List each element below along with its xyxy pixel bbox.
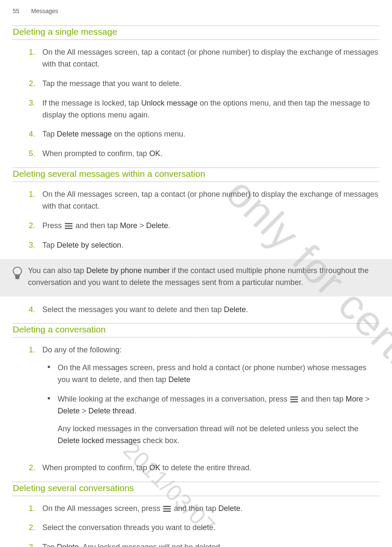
- menu-icon: [65, 223, 72, 229]
- menu-icon: [290, 396, 298, 402]
- emphasis: Delete: [58, 407, 80, 415]
- step-list: On the All messages screen, tap a contac…: [13, 47, 379, 160]
- emphasis: Delete: [218, 504, 240, 513]
- step-list: Do any of the following:On the All messa…: [13, 344, 379, 474]
- emphasis: Delete thread: [89, 407, 134, 415]
- step-list: Select the messages you want to delete a…: [13, 304, 379, 316]
- section-title: Deleting several conversations: [13, 482, 379, 496]
- chapter-title: Messages: [31, 8, 58, 14]
- emphasis: Delete locked messages: [58, 436, 141, 445]
- svg-rect-0: [65, 223, 72, 224]
- step-item: Tap Delete message on the options menu.: [13, 128, 379, 140]
- emphasis: Delete by selection: [57, 241, 121, 249]
- page-header: 55 Messages: [13, 8, 379, 14]
- svg-rect-3: [16, 275, 19, 276]
- page: only for certification 2011/03/07 55 Mes…: [0, 0, 392, 547]
- menu-icon: [163, 506, 171, 512]
- step-item: On the All messages screen, press and th…: [13, 503, 379, 515]
- emphasis: Delete: [57, 543, 79, 547]
- svg-rect-6: [290, 396, 298, 398]
- bullet-item: While looking at the exchange of message…: [42, 394, 379, 455]
- tip-text: You can also tap Delete by phone number …: [28, 265, 379, 289]
- step-item: Select the messages you want to delete a…: [13, 304, 379, 316]
- step-item: When prompted to confirm, tap OK to dele…: [13, 462, 379, 474]
- section-title: Deleting several messages within a conve…: [13, 167, 379, 182]
- bullet-list: On the All messages screen, press and ho…: [42, 362, 379, 454]
- emphasis: Delete: [224, 305, 246, 314]
- tip-box: You can also tap Delete by phone number …: [0, 259, 392, 296]
- svg-rect-2: [65, 228, 72, 229]
- step-item: Tap the message that you want to delete.: [13, 78, 379, 90]
- emphasis: Delete: [146, 221, 168, 230]
- step-item: When prompted to confirm, tap OK.: [13, 148, 379, 160]
- step-item: Press and then tap More > Delete.: [13, 220, 379, 232]
- section-title: Deleting a single message: [13, 25, 379, 40]
- svg-rect-11: [163, 511, 171, 512]
- emphasis: More: [120, 221, 137, 230]
- emphasis: More: [345, 395, 363, 403]
- svg-rect-9: [163, 506, 171, 507]
- svg-rect-4: [16, 276, 19, 277]
- emphasis: Unlock message: [141, 99, 197, 107]
- svg-rect-8: [290, 402, 298, 403]
- svg-rect-7: [290, 399, 298, 400]
- step-list: On the All messages screen, press and th…: [13, 503, 379, 547]
- bullet-note: Any locked messages in the conversation …: [58, 423, 379, 447]
- section-title: Deleting a conversation: [13, 323, 379, 338]
- emphasis: Delete by phone number: [86, 266, 170, 275]
- page-number: 55: [13, 8, 19, 14]
- emphasis: OK: [149, 463, 160, 472]
- step-list: On the All messages screen, tap a contac…: [13, 189, 379, 251]
- step-item: Tap Delete by selection.: [13, 240, 379, 251]
- lightbulb-icon: [13, 267, 22, 279]
- svg-rect-5: [16, 278, 19, 279]
- bullet-item: On the All messages screen, press and ho…: [42, 362, 379, 394]
- step-item: Do any of the following:On the All messa…: [13, 344, 379, 454]
- svg-rect-10: [163, 508, 171, 509]
- emphasis: Delete message: [57, 130, 112, 138]
- emphasis: OK: [149, 149, 160, 158]
- step-item: On the All messages screen, tap a contac…: [13, 189, 379, 212]
- svg-rect-1: [65, 226, 72, 227]
- step-item: Tap Delete. Any locked messages will not…: [13, 541, 379, 547]
- step-item: On the All messages screen, tap a contac…: [13, 47, 379, 70]
- emphasis: Delete: [168, 375, 190, 384]
- step-item: If the message is locked, tap Unlock mes…: [13, 98, 379, 121]
- step-item: Select the conversation threads you want…: [13, 522, 379, 534]
